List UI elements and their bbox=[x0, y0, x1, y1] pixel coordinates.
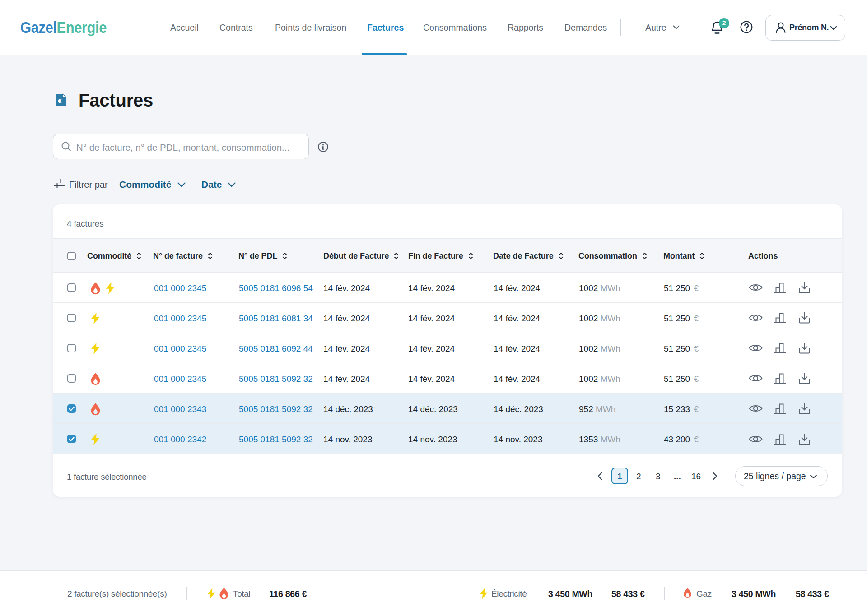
svg-text:€: € bbox=[58, 97, 61, 105]
